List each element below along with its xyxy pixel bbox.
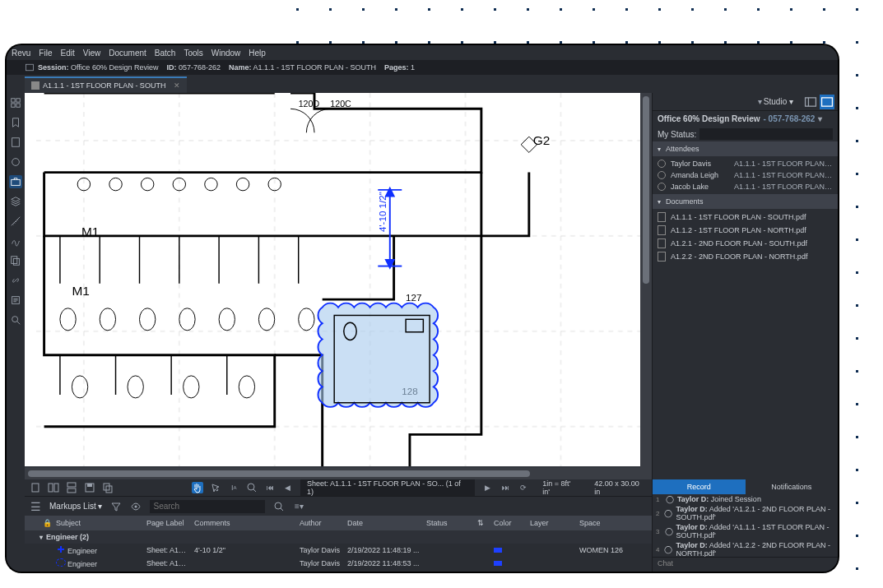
bookmarks-icon[interactable]	[9, 116, 22, 129]
first-page-icon[interactable]: ⏮	[264, 482, 276, 493]
documents-header[interactable]: ▾Documents	[653, 194, 838, 209]
svg-rect-1	[12, 99, 15, 102]
menu-batch[interactable]: Batch	[155, 49, 176, 58]
svg-text:G2: G2	[533, 133, 551, 147]
attendee-row[interactable]: Amanda LeighA1.1.1 - 1ST FLOOR PLAN - SO	[653, 169, 838, 181]
menubar: Revu File Edit View Document Batch Tools…	[7, 45, 838, 60]
next-page-icon[interactable]: ▶	[481, 482, 493, 493]
svg-rect-49	[67, 488, 76, 493]
menu-help[interactable]: Help	[249, 49, 266, 58]
panel-mode2-icon[interactable]	[820, 95, 834, 109]
log-row: 1◯Taylor D: Joined Session	[653, 494, 838, 504]
document-icon	[658, 212, 666, 222]
horizontal-scrollbar[interactable]	[25, 468, 652, 479]
col-color[interactable]: Color	[490, 519, 527, 527]
document-row[interactable]: A1.2.2 - 2ND FLOOR PLAN - NORTH.pdf	[653, 250, 838, 263]
document-row[interactable]: A1.2.1 - 2ND FLOOR PLAN - SOUTH.pdf	[653, 237, 838, 250]
svg-rect-46	[49, 484, 53, 492]
search-go-icon[interactable]	[273, 501, 285, 512]
col-author[interactable]: Author	[296, 519, 344, 527]
search-input[interactable]	[150, 500, 265, 513]
tab-notifications[interactable]: Notifications	[746, 479, 839, 494]
svg-rect-0	[26, 64, 34, 71]
attendee-name: Jacob Lake	[671, 183, 709, 191]
person-icon: ◯	[665, 527, 673, 535]
attendee-row[interactable]: Jacob LakeA1.1.1 - 1ST FLOOR PLAN - SO	[653, 181, 838, 192]
split-horiz-icon[interactable]	[66, 482, 77, 493]
file-icon[interactable]	[9, 136, 22, 149]
last-page-icon[interactable]: ⏭	[500, 482, 511, 493]
measure-icon[interactable]	[9, 215, 22, 228]
tab-dropdown-icon[interactable]: ▾	[758, 97, 762, 106]
split-vert-icon[interactable]	[48, 482, 59, 493]
filter-icon[interactable]	[110, 501, 122, 512]
visibility-icon[interactable]	[130, 501, 142, 512]
col-sort-icon[interactable]: ⇅	[474, 519, 490, 527]
sets-icon[interactable]	[9, 254, 22, 267]
attendee-row[interactable]: Taylor DavisA1.1.1 - 1ST FLOOR PLAN - SO	[653, 158, 838, 169]
document-row[interactable]: A1.1.1 - 1ST FLOOR PLAN - SOUTH.pdf	[653, 211, 838, 224]
status-input[interactable]	[699, 128, 833, 140]
col-subject[interactable]: Subject	[53, 519, 143, 527]
col-date[interactable]: Date	[344, 519, 423, 527]
menu-view[interactable]: View	[83, 49, 101, 58]
col-layer[interactable]: Layer	[527, 519, 576, 527]
properties-icon[interactable]	[9, 155, 22, 169]
text-select-icon[interactable]: IA	[228, 482, 239, 493]
pan-icon[interactable]	[192, 482, 203, 493]
menu-file[interactable]: File	[39, 49, 52, 58]
document-name: A1.2.1 - 2ND FLOOR PLAN - SOUTH.pdf	[671, 239, 807, 248]
session-label: Session:	[38, 63, 69, 72]
col-space[interactable]: Space	[576, 519, 642, 527]
document-row[interactable]: A1.1.2 - 1ST FLOOR PLAN - NORTH.pdf	[653, 224, 838, 237]
menu-edit[interactable]: Edit	[60, 49, 74, 58]
tab-record[interactable]: Record	[653, 479, 746, 494]
document-icon	[658, 252, 666, 262]
col-comments[interactable]: Comments	[191, 519, 296, 527]
layers-icon[interactable]	[9, 195, 22, 208]
vertical-scrollbar[interactable]	[640, 93, 652, 468]
menu-tools[interactable]: Tools	[184, 49, 202, 58]
save-view-icon[interactable]	[84, 482, 95, 493]
col-page-label[interactable]: Page Label	[143, 519, 191, 527]
attendees-header[interactable]: ▾Attendees	[653, 141, 838, 156]
panel-mode1-icon[interactable]	[803, 95, 818, 109]
drawing-canvas[interactable]: M1 M1 G2 120D 120C 127 128 4'-10	[25, 93, 652, 479]
select-icon[interactable]	[210, 482, 221, 493]
menu-document[interactable]: Document	[109, 49, 146, 58]
markups-title: Markups List ▾	[49, 502, 102, 511]
refresh-icon[interactable]: ⟳	[518, 482, 529, 493]
scale-label: 1in = 8ft' in'	[542, 479, 579, 496]
zoom-icon[interactable]	[246, 482, 258, 493]
svg-text:127: 127	[406, 293, 421, 303]
thumbnails-icon[interactable]	[9, 96, 22, 109]
one-page-icon[interactable]	[30, 482, 41, 493]
session-id: 057-768-262	[179, 63, 221, 72]
links-icon[interactable]	[9, 274, 22, 287]
toolchest-icon[interactable]	[9, 175, 22, 188]
table-row[interactable]: Engineer Sheet: A1.1.1 ... 4'-10 1/2" Ta…	[25, 544, 652, 557]
col-status[interactable]: Status	[423, 519, 474, 527]
attendee-location: A1.1.1 - 1ST FLOOR PLAN - SO	[734, 171, 833, 179]
sheet-selector[interactable]: Sheet: A1.1.1 - 1ST FLOOR PLAN - SO... (…	[300, 478, 476, 498]
grid-group[interactable]: ▾Engineer (2)	[25, 530, 652, 544]
columns-icon[interactable]: ≡▾	[293, 501, 304, 512]
menu-icon[interactable]: ☰	[30, 501, 41, 512]
chevron-down-icon[interactable]: ▾	[818, 114, 822, 123]
table-row[interactable]: Engineer Sheet: A1.1.1 ... Taylor Davis …	[25, 557, 652, 570]
col-lock-icon[interactable]: 🔒	[40, 519, 53, 527]
document-tab[interactable]: A1.1.1 - 1ST FLOOR PLAN - SOUTH ✕	[25, 76, 187, 93]
forms-icon[interactable]	[9, 294, 22, 307]
prev-page-icon[interactable]: ◀	[282, 482, 294, 493]
close-icon[interactable]: ✕	[174, 81, 180, 90]
studio-dropdown[interactable]: Studio ▾	[764, 97, 793, 106]
chat-input[interactable]: Chat	[653, 557, 838, 572]
search-icon[interactable]	[9, 313, 22, 326]
svg-rect-57	[806, 97, 816, 105]
svg-rect-48	[67, 483, 76, 487]
copy-icon[interactable]	[102, 482, 114, 493]
menu-revu[interactable]: Revu	[12, 49, 30, 58]
document-name: A1.1.1 - 1ST FLOOR PLAN - SOUTH.pdf	[671, 213, 806, 221]
signatures-icon[interactable]	[9, 234, 22, 248]
menu-window[interactable]: Window	[211, 49, 241, 58]
